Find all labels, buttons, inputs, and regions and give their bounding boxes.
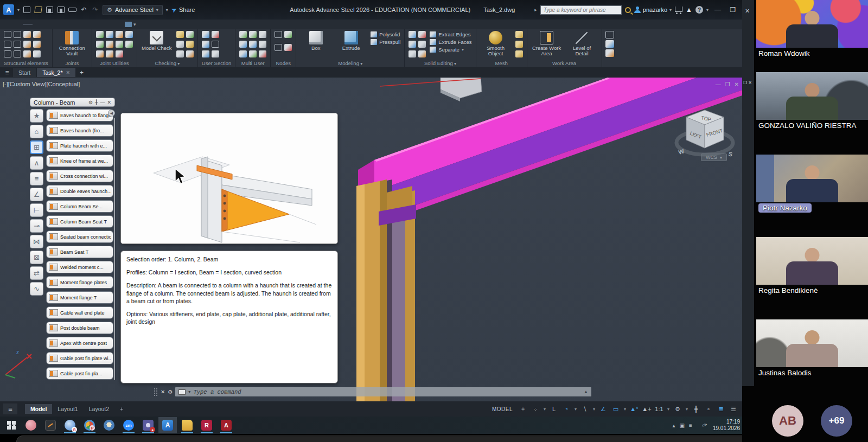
layout-menu-icon[interactable]: ≡ [3, 403, 17, 414]
connection-item[interactable]: Knee of frame at we... [46, 155, 113, 167]
ortho-mode-icon[interactable]: L [548, 406, 559, 412]
quick-access-caret-icon[interactable]: ▾ [17, 8, 20, 12]
taskbar-app-teams[interactable]: ● [139, 417, 157, 433]
connection-item[interactable]: Double eaves haunch... [46, 185, 113, 197]
participant-tile[interactable]: GONZALO VALIÑO RIESTRA [756, 72, 868, 131]
menu-tab[interactable] [72, 24, 81, 25]
master-model-icon[interactable] [249, 50, 257, 57]
local-model-icon[interactable] [259, 31, 266, 38]
participant-avatar-ab[interactable]: AB [772, 405, 803, 437]
node-create-icon[interactable] [275, 31, 282, 38]
center-of-gravity-icon[interactable] [186, 41, 194, 48]
check-database-icon[interactable] [176, 41, 184, 48]
wcs-selector[interactable]: WCS▾ [701, 153, 727, 161]
model-tab[interactable]: Model [25, 404, 52, 414]
app-logo-icon[interactable]: A [3, 4, 14, 15]
chevron-down-icon[interactable]: ▾ [666, 407, 671, 412]
customization-icon[interactable]: ☰ [728, 406, 739, 413]
annotation-visibility-icon[interactable]: ▲° [629, 406, 640, 412]
palette-settings-icon[interactable]: ⚙ [88, 100, 93, 105]
taskbar-app-browser-g[interactable]: G [61, 417, 79, 433]
select-joint-icon[interactable] [116, 31, 123, 38]
menu-tab[interactable] [111, 24, 120, 25]
model-check-button[interactable]: Model Check [141, 31, 173, 51]
section-update-icon[interactable] [202, 50, 209, 57]
share-button[interactable]: ➤ Share [171, 6, 195, 14]
connection-item[interactable]: Gable post fin pla... [46, 367, 113, 380]
connection-vault-button[interactable]: Connection Vault [56, 31, 88, 57]
curved-beam-icon[interactable] [23, 31, 31, 38]
connection-item[interactable]: Column Beam Seat T [46, 215, 113, 228]
connection-item[interactable]: Beam Seat T [46, 246, 113, 258]
menu-tab[interactable] [81, 24, 91, 25]
layout1-tab[interactable]: Layout1 [52, 404, 83, 414]
bracing-tool-icon[interactable] [4, 50, 11, 57]
ribbon-display-toggle[interactable]: ▾ [125, 22, 136, 27]
document-tab[interactable]: Task_2*✕ [37, 68, 75, 77]
category-base-plates-icon[interactable]: ⌂ [30, 125, 43, 138]
palette-close-icon[interactable]: ✕ [107, 100, 111, 105]
misc-structural-icon[interactable] [33, 50, 41, 57]
connection-item[interactable]: Seated beam connection [46, 230, 113, 243]
joint-template-icon[interactable] [125, 31, 133, 38]
open-file-button[interactable] [34, 6, 42, 14]
joint-export-icon[interactable] [125, 41, 133, 48]
taskbar-app-whiteboard[interactable] [41, 417, 60, 433]
grid-display-icon[interactable]: ⌗ [518, 406, 528, 413]
connection-item[interactable]: Cross connection wi... [46, 170, 113, 182]
connection-item[interactable]: Apex with centre post [46, 337, 113, 349]
disconnect-icon[interactable] [259, 50, 266, 57]
menu-tab[interactable] [3, 24, 13, 25]
connection-item[interactable]: Eaves haunch to flange [46, 109, 113, 121]
category-apex-icon[interactable]: ∧ [30, 156, 43, 170]
drawing-controls-overflow-icon[interactable]: ❒✕ [743, 80, 753, 85]
participants-overflow-badge[interactable]: +69 [821, 405, 852, 437]
model-viewport[interactable]: [-][Custom View][Conceptual] — ❒ ✕ W S T… [0, 78, 742, 401]
section-template-icon[interactable] [212, 31, 219, 38]
start-tab[interactable]: Start [13, 68, 36, 77]
menu-tab[interactable] [33, 24, 42, 25]
transfer-joint-icon[interactable] [106, 50, 113, 57]
category-plates-icon[interactable]: ⊸ [30, 219, 43, 233]
app-store-icon[interactable] [675, 7, 682, 12]
taskbar-app-zoom[interactable]: zm [119, 417, 138, 433]
undo-button[interactable]: ↶ [80, 6, 88, 14]
node-merge-icon[interactable] [284, 31, 292, 38]
slice-icon[interactable] [418, 31, 426, 38]
grating-icon[interactable] [23, 50, 31, 57]
command-line-grip[interactable] [154, 388, 158, 396]
takeover-icon[interactable] [239, 31, 247, 38]
audit-checked-icon[interactable] [186, 31, 194, 38]
node-delete-icon[interactable] [284, 44, 292, 51]
toolbar-expand-icon[interactable]: ▾ [166, 8, 168, 12]
layout2-tab[interactable]: Layout2 [84, 404, 114, 414]
section-block-icon[interactable] [212, 50, 219, 57]
joint-properties-icon[interactable] [96, 41, 104, 48]
frame-tool-icon[interactable] [14, 41, 21, 48]
category-column-beam-icon[interactable]: ⊞ [30, 140, 43, 154]
polar-tracking-icon[interactable]: ◔ [561, 406, 572, 412]
column-tool-icon[interactable] [4, 41, 11, 48]
shell-icon[interactable] [418, 41, 426, 48]
connection-item[interactable]: Moment flange plates [46, 276, 113, 289]
participant-video[interactable] [756, 237, 868, 285]
category-general-icon[interactable]: ⋈ [30, 235, 43, 248]
command-expand-icon[interactable]: ▲ [584, 389, 588, 394]
scroll-left-icon[interactable]: ◀ [108, 110, 115, 117]
minimize-drawing-icon[interactable]: — [716, 81, 721, 87]
quick-properties-icon[interactable]: ≣ [716, 406, 726, 413]
extrude-faces-button[interactable]: Extrude Faces [430, 39, 471, 45]
close-tab-icon[interactable]: ✕ [66, 70, 71, 75]
joint-group-icon[interactable] [116, 41, 123, 48]
reserve-icon[interactable] [239, 41, 247, 48]
chevron-down-icon[interactable]: ▾ [592, 407, 596, 412]
meeting-toolbar-edge[interactable] [16, 435, 856, 442]
taskbar-app-explorer[interactable] [178, 417, 196, 433]
participant-tile[interactable]: Justinas Balodis [756, 319, 868, 378]
view-cube-tool-icon[interactable] [605, 31, 614, 39]
participant-tile[interactable]: Piotr Nazarko [756, 155, 868, 213]
box-button[interactable]: Box [300, 31, 331, 51]
rail-icon[interactable] [33, 41, 41, 48]
recent-commands-icon[interactable] [178, 389, 186, 395]
participant-tile[interactable]: Roman Wdowik [756, 0, 868, 59]
